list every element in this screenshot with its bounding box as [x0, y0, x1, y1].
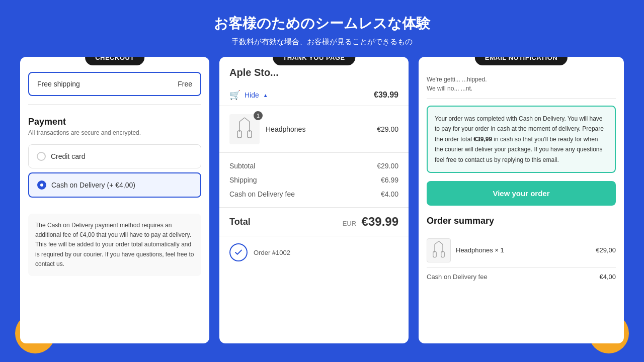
- payment-section: Payment All transactions are secure and …: [20, 109, 209, 210]
- product-quantity-badge: 1: [254, 111, 263, 120]
- cart-left: 🛒 Hide ▲: [229, 89, 268, 101]
- total-currency: EUR: [343, 220, 356, 227]
- cart-icon: 🛒: [229, 89, 240, 101]
- shipping-label: Shipping: [229, 176, 257, 184]
- credit-card-label: Credit card: [51, 152, 85, 160]
- product-row: 1 Headphones €29.00: [219, 106, 409, 153]
- order-product-price: €29,00: [596, 246, 616, 254]
- cart-row: 🛒 Hide ▲ €39.99: [219, 84, 409, 106]
- email-panel: EMAIL NOTIFICATION We're getti... ...hip…: [419, 57, 624, 343]
- subtotal-value: €29.00: [377, 162, 398, 170]
- svg-line-8: [439, 241, 443, 244]
- panels-container: CHECKOUT Free shipping Free Payment All …: [0, 57, 644, 343]
- order-confirm-row: Order #1002: [219, 236, 409, 268]
- cart-total: €39.99: [374, 90, 398, 100]
- total-amount-wrap: EUR €39.99: [343, 215, 398, 229]
- subtotal-label: Subtotal: [229, 162, 255, 170]
- cod-amount: €39,99: [473, 136, 492, 143]
- order-summary-product: Headphones × 1: [427, 238, 504, 262]
- svg-rect-10: [433, 251, 436, 257]
- order-product-thumb: [427, 238, 451, 262]
- hide-link[interactable]: Hide: [245, 91, 259, 99]
- product-left: 1 Headphones: [229, 114, 305, 144]
- check-circle-icon: [229, 243, 248, 261]
- cod-radio[interactable]: [37, 180, 46, 190]
- shipping-value: €6.99: [381, 176, 398, 184]
- order-product-name: Headphones × 1: [456, 246, 504, 254]
- page-subtitle: 手数料が有効な場合、お客様が見ることができるもの: [0, 37, 644, 47]
- cod-fee-label: Cash on Delivery fee: [229, 190, 295, 198]
- order-cod-fee-row: Cash on Delivery fee €4,00: [427, 268, 616, 286]
- thankyou-badge: THANK YOU PAGE: [273, 57, 355, 65]
- svg-line-6: [435, 241, 439, 244]
- cod-label: Cash on Delivery (+ €4,00): [51, 181, 135, 189]
- order-headphone-image: [431, 240, 447, 260]
- checkout-panel: CHECKOUT Free shipping Free Payment All …: [20, 57, 209, 343]
- cod-message-box: Your order was completed with Cash on De…: [427, 106, 616, 173]
- order-summary-product-row: Headphones × 1 €29,00: [427, 233, 616, 268]
- headphone-image: [234, 117, 255, 142]
- subtotal-line: Subtotal €29.00: [229, 159, 398, 173]
- shipping-line: Shipping €6.99: [229, 173, 398, 187]
- divider-1: [28, 104, 201, 105]
- total-row: Total EUR €39.99: [219, 207, 409, 236]
- page-title: お客様のためのシームレスな体験: [0, 14, 644, 33]
- free-shipping-label: Free shipping: [37, 80, 80, 88]
- product-name: Headphones: [266, 125, 305, 133]
- credit-card-radio[interactable]: [37, 152, 46, 161]
- svg-rect-5: [248, 131, 252, 138]
- total-label: Total: [229, 217, 251, 227]
- svg-line-0: [239, 118, 245, 122]
- cod-description: The Cash on Delivery payment method requ…: [28, 214, 201, 276]
- credit-card-option[interactable]: Credit card: [28, 144, 201, 168]
- cod-fee-value: €4.00: [381, 190, 398, 198]
- summary-rows: Subtotal €29.00 Shipping €6.99 Cash on D…: [219, 153, 409, 207]
- total-amount: €39.99: [362, 215, 398, 228]
- product-image-wrap: 1: [229, 114, 260, 144]
- order-cod-fee-label: Cash on Delivery fee: [427, 273, 488, 281]
- payment-title: Payment: [28, 117, 201, 127]
- payment-subtitle: All transactions are secure and encrypte…: [28, 129, 201, 136]
- svg-rect-11: [441, 251, 444, 257]
- product-price: €29.00: [377, 125, 398, 133]
- free-shipping-value: Free: [178, 80, 192, 88]
- email-intro: We're getti... ...hipped.We will no... .…: [427, 75, 616, 99]
- order-summary-title: Order summary: [427, 216, 616, 226]
- svg-line-2: [245, 118, 250, 122]
- svg-rect-4: [237, 131, 242, 138]
- cod-fee-line: Cash on Delivery fee €4.00: [229, 187, 398, 201]
- cod-option[interactable]: Cash on Delivery (+ €4,00): [28, 172, 201, 198]
- view-order-button[interactable]: View your order: [427, 181, 616, 206]
- free-shipping-row: Free shipping Free: [28, 72, 201, 96]
- order-cod-fee-value: €4,00: [599, 273, 616, 281]
- hide-chevron-icon: ▲: [263, 93, 268, 98]
- email-badge: EMAIL NOTIFICATION: [475, 57, 568, 65]
- thankyou-panel: THANK YOU PAGE Aple Sto... 🛒 Hide ▲ €39.…: [219, 57, 409, 343]
- checkout-badge: CHECKOUT: [85, 57, 144, 65]
- order-number: Order #1002: [254, 249, 290, 256]
- page-header: お客様のためのシームレスな体験 手数料が有効な場合、お客様が見ることができるもの: [0, 0, 644, 57]
